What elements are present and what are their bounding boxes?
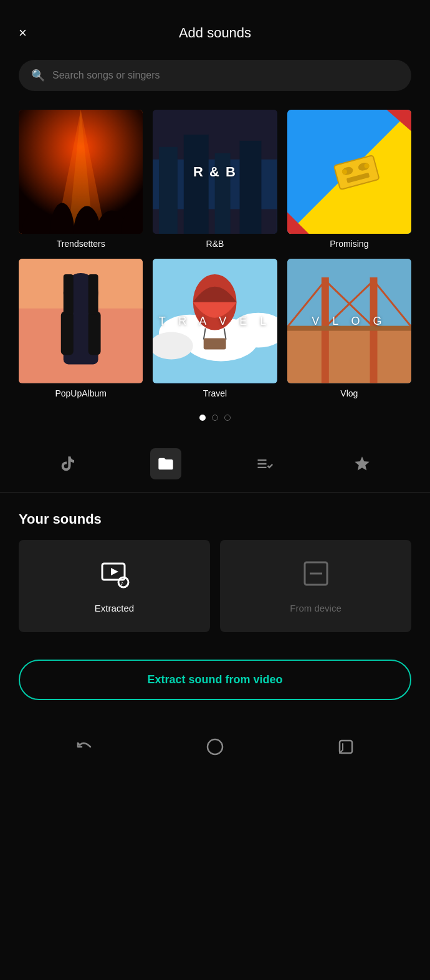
category-label-promising: Promising — [330, 239, 368, 249]
svg-marker-51 — [111, 568, 118, 575]
bottom-nav — [0, 725, 430, 779]
categories-grid: Trendsetters R & B R&B — [0, 103, 430, 405]
category-label-travel: Travel — [203, 388, 227, 398]
dot-2[interactable] — [212, 415, 218, 421]
extracted-label: Extracted — [95, 603, 134, 613]
category-travel[interactable]: T R A V E L Travel — [153, 259, 277, 398]
category-thumb-travel: T R A V E L — [153, 259, 277, 383]
category-vlog[interactable]: V L O G Vlog — [287, 259, 411, 398]
category-trendsetters[interactable]: Trendsetters — [19, 110, 143, 249]
svg-rect-29 — [88, 312, 101, 355]
tab-tiktok[interactable] — [52, 448, 84, 479]
category-label-popup: PopUpAlbum — [55, 388, 107, 398]
header: × Add sounds — [0, 0, 430, 54]
your-sounds-title: Your sounds — [19, 511, 411, 527]
svg-rect-31 — [88, 274, 98, 315]
rnb-overlay-text: R & B — [193, 164, 237, 180]
page-dots — [0, 405, 430, 440]
vlog-overlay-text: V L O G — [312, 314, 386, 327]
nav-back-icon[interactable] — [75, 737, 93, 761]
sound-card-from-device[interactable]: From device — [220, 540, 411, 632]
sounds-grid: ♪ Extracted From device — [19, 540, 411, 632]
svg-rect-30 — [64, 274, 74, 315]
category-thumb-trendsetters — [19, 110, 143, 234]
nav-recent-icon[interactable] — [337, 737, 355, 761]
category-label-rnb: R&B — [206, 239, 224, 249]
tab-playlist[interactable] — [249, 448, 280, 479]
svg-rect-10 — [159, 147, 178, 234]
category-thumb-vlog: V L O G — [287, 259, 411, 383]
category-rnb[interactable]: R & B R&B — [153, 110, 277, 249]
svg-rect-28 — [61, 312, 74, 355]
from-device-label: From device — [290, 603, 342, 613]
extract-button-container: Extract sound from video — [0, 645, 430, 725]
category-popup-album[interactable]: PopUpAlbum — [19, 259, 143, 398]
category-label-trendsetters: Trendsetters — [57, 239, 105, 249]
search-input[interactable] — [52, 70, 399, 81]
svg-text:♪: ♪ — [120, 579, 124, 587]
category-thumb-popup — [19, 259, 143, 383]
svg-rect-42 — [287, 327, 411, 383]
your-sounds-section: Your sounds ♪ Extracted — [0, 492, 430, 645]
travel-overlay-text: T R A V E L — [159, 314, 272, 327]
from-device-icon — [301, 559, 331, 594]
svg-rect-40 — [204, 339, 226, 350]
svg-point-56 — [208, 739, 222, 754]
search-bar[interactable]: 🔍 — [19, 60, 411, 91]
tab-favorites[interactable] — [346, 448, 378, 479]
dot-1[interactable] — [199, 415, 206, 421]
sound-card-extracted[interactable]: ♪ Extracted — [19, 540, 210, 632]
search-container: 🔍 — [0, 54, 430, 103]
svg-rect-13 — [240, 141, 262, 234]
svg-rect-11 — [184, 135, 209, 234]
category-thumb-promising — [287, 110, 411, 234]
category-promising[interactable]: Promising — [287, 110, 411, 249]
extracted-icon: ♪ — [100, 559, 130, 594]
category-thumb-rnb: R & B — [153, 110, 277, 234]
category-label-vlog: Vlog — [340, 388, 358, 398]
close-button[interactable]: × — [19, 25, 27, 41]
page-title: Add sounds — [179, 25, 251, 41]
dot-3[interactable] — [224, 415, 231, 421]
tab-folder[interactable] — [150, 448, 181, 479]
nav-home-icon[interactable] — [206, 737, 224, 761]
extract-sound-button[interactable]: Extract sound from video — [19, 660, 411, 700]
tab-bar — [0, 440, 430, 492]
search-icon: 🔍 — [31, 69, 45, 82]
